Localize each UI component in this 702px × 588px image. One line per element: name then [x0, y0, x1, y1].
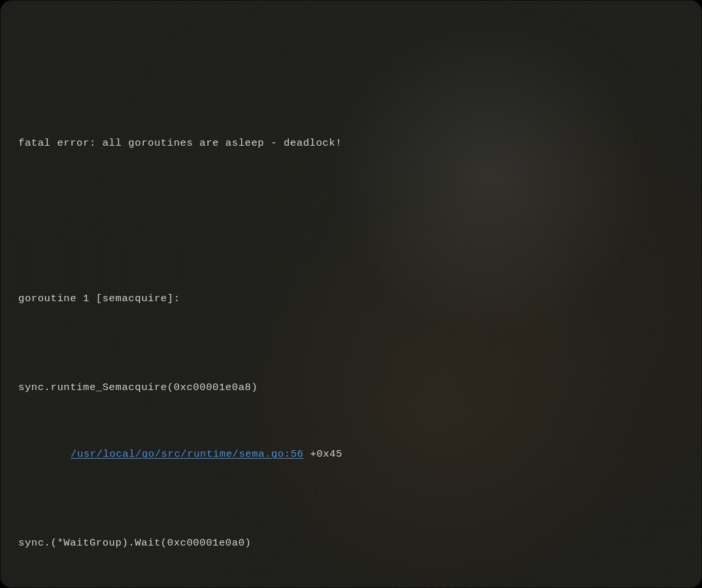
stack-call: sync.runtime_Semacquire(0xc00001e0a8) — [18, 376, 684, 399]
goroutine-header: goroutine 1 [semacquire]: — [18, 287, 684, 310]
stack-path-row: /usr/local/go/src/runtime/sema.go:56 +0x… — [18, 443, 684, 465]
stack-call: sync.(*WaitGroup).Wait(0xc00001e0a0) — [18, 532, 684, 554]
blank-line — [18, 199, 684, 221]
file-link[interactable]: /usr/local/go/src/runtime/sema.go:56 — [71, 448, 303, 460]
stack-offset: +0x45 — [310, 448, 343, 460]
terminal-output: fatal error: all goroutines are asleep -… — [0, 0, 702, 588]
error-header: fatal error: all goroutines are asleep -… — [18, 132, 684, 154]
terminal-content[interactable]: fatal error: all goroutines are asleep -… — [18, 65, 684, 588]
